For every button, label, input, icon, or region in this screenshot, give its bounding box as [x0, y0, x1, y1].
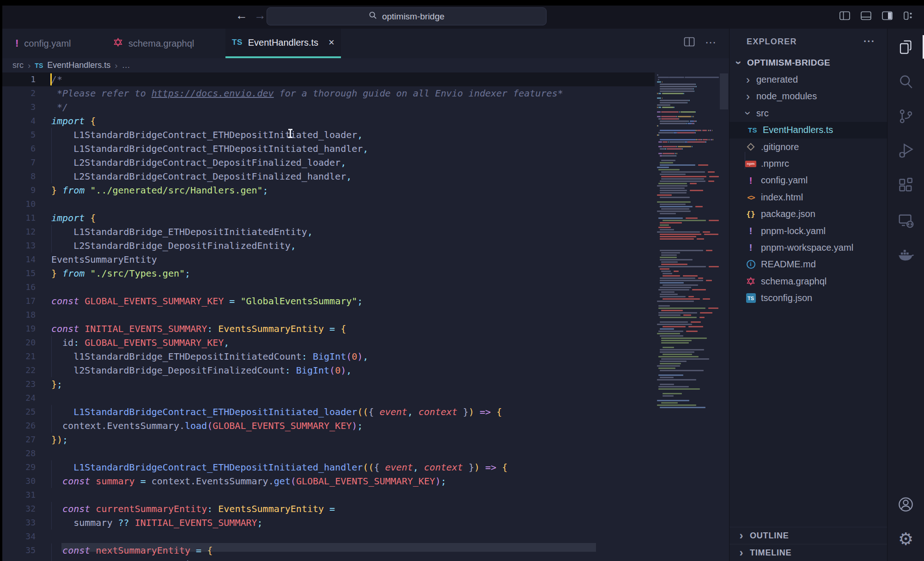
code-line[interactable]: 2 *Please refer to https://docs.envio.de… [2, 86, 655, 100]
tree-folder-node-modules[interactable]: ›node_modules [729, 88, 887, 105]
code-line[interactable]: 32 const currentSummaryEntity: EventsSum… [2, 502, 655, 516]
code-text: const currentSummaryEntity: EventsSummar… [51, 502, 335, 516]
code-text: } from "./src/Types.gen"; [51, 266, 190, 280]
code-line[interactable]: 8 L2StandardBridgeContract_DepositFinali… [2, 169, 655, 183]
line-number: 24 [2, 391, 36, 405]
code-line[interactable]: 29 L1StandardBridgeContract_ETHDepositIn… [2, 460, 655, 474]
code-line[interactable]: 9} from "../generated/src/Handlers.gen"; [2, 183, 655, 197]
outline-section[interactable]: › OUTLINE [729, 527, 887, 544]
tree-folder-src[interactable]: ›src [729, 105, 887, 121]
tree-file-pnpm-lock-yaml[interactable]: !pnpm-lock.yaml [729, 223, 887, 239]
tab-config-yaml[interactable]: ! config.yaml [9, 29, 77, 58]
line-number: 23 [2, 377, 36, 391]
command-center-search[interactable]: optimism-bridge [267, 7, 547, 25]
tree-file-config-yaml[interactable]: !config.yaml [729, 172, 887, 189]
code-line[interactable]: 21 l1StandardBridge_ETHDepositInitiatedC… [2, 350, 655, 363]
nav-back-icon[interactable]: ← [236, 8, 248, 23]
tree-folder-generated[interactable]: ›generated [729, 71, 887, 88]
code-line[interactable]: 12 L1StandardBridge_ETHDepositInitiatedE… [2, 225, 655, 239]
code-line[interactable]: 28 [2, 446, 655, 460]
minimap[interactable] [657, 72, 719, 561]
extensions-icon[interactable] [888, 168, 924, 203]
tree-item-label: EventHandlers.ts [763, 125, 833, 135]
code-line[interactable]: 24 [2, 391, 655, 405]
html-icon: <> [747, 193, 754, 202]
toggle-panel-icon[interactable] [861, 11, 871, 20]
timeline-section[interactable]: › TIMELINE [729, 544, 887, 561]
customize-layout-icon[interactable] [903, 11, 914, 20]
tree-file-pnpm-workspace-yaml[interactable]: !pnpm-workspace.yaml [729, 239, 887, 256]
code-line[interactable]: 19const INITIAL_EVENTS_SUMMARY: EventsSu… [2, 322, 655, 336]
tab-schema-graphql[interactable]: schema.graphql [107, 29, 201, 58]
code-line[interactable]: 3 */ [2, 100, 655, 114]
docker-icon[interactable] [888, 237, 924, 272]
breadcrumb[interactable]: src › TS EventHandlers.ts › … [2, 58, 729, 72]
tree-file-schema-graphql[interactable]: schema.graphql [729, 273, 887, 290]
code-line[interactable]: 20 id: GLOBAL_EVENTS_SUMMARY_KEY, [2, 336, 655, 350]
code-line[interactable]: 18 [2, 308, 655, 322]
search-activity-icon[interactable] [888, 64, 924, 99]
tree-item-label: pnpm-lock.yaml [761, 226, 826, 236]
tree-root-folder[interactable]: ›OPTIMISM-BRIDGE [729, 54, 887, 71]
breadcrumb-file[interactable]: EventHandlers.ts [47, 60, 110, 70]
breadcrumb-folder[interactable]: src [12, 60, 24, 70]
horizontal-scrollbar[interactable] [61, 543, 596, 552]
views-more-icon[interactable]: ··· [863, 36, 875, 48]
code-line[interactable]: 5 L1StandardBridgeContract_ETHDepositIni… [2, 128, 655, 142]
more-actions-icon[interactable]: ⋯ [705, 36, 717, 49]
code-line[interactable]: 33 summary ?? INITIAL_EVENTS_SUMMARY; [2, 516, 655, 530]
tree-file-index-html[interactable]: <>index.html [729, 189, 887, 205]
code-line[interactable]: 27}); [2, 433, 655, 446]
settings-gear-icon[interactable]: ⚙ [888, 522, 924, 556]
chevron-down-icon: › [734, 58, 743, 67]
tree-file-tsconfig-json[interactable]: TStsconfig.json [729, 290, 887, 306]
code-line[interactable]: 13 L2StandardBridge_DepositFinalizedEnti… [2, 239, 655, 253]
code-line[interactable]: 30 const summary = context.EventsSummary… [2, 474, 655, 488]
tree-file--npmrc[interactable]: npm.npmrc [729, 155, 887, 172]
tree-file-readme-md[interactable]: iREADME.md [729, 256, 887, 273]
code-line[interactable]: 14EventsSummaryEntity [2, 253, 655, 266]
vertical-scrollbar[interactable] [719, 72, 729, 561]
line-number: 33 [2, 516, 36, 530]
code-line[interactable]: 26 context.EventsSummary.load(GLOBAL_EVE… [2, 419, 655, 433]
code-line[interactable]: 6 L1StandardBridgeContract_ETHDepositIni… [2, 142, 655, 156]
tree-file-package-json[interactable]: {}package.json [729, 206, 887, 223]
code-text: EventsSummaryEntity [51, 253, 157, 266]
line-number: 5 [2, 128, 36, 142]
code-line[interactable]: 15} from "./src/Types.gen"; [2, 266, 655, 280]
source-control-icon[interactable] [888, 99, 924, 133]
code-line[interactable]: 4import { [2, 114, 655, 128]
split-editor-icon[interactable] [684, 37, 695, 48]
code-line[interactable]: 11import { [2, 211, 655, 225]
line-number: 6 [2, 142, 36, 156]
code-line[interactable]: 1/* [2, 72, 655, 86]
code-line[interactable]: 23}; [2, 377, 655, 391]
remote-explorer-icon[interactable] [888, 203, 924, 237]
explorer-activity-icon[interactable] [888, 30, 924, 64]
code-line[interactable]: 25 L1StandardBridgeContract_ETHDepositIn… [2, 405, 655, 419]
run-and-debug-icon[interactable] [888, 133, 924, 168]
code-line[interactable]: 16 [2, 280, 655, 294]
code-text: import { [51, 114, 96, 128]
code-editor[interactable]: 1/*2 *Please refer to https://docs.envio… [2, 72, 729, 561]
close-tab-icon[interactable]: × [328, 36, 334, 48]
tree-file--gitignore[interactable]: .gitignore [729, 139, 887, 155]
code-line[interactable]: 10 [2, 197, 655, 211]
json-braces-icon: {} [746, 210, 755, 218]
account-icon[interactable] [888, 487, 924, 522]
file-tree: ›OPTIMISM-BRIDGE›generated›node_modules›… [729, 54, 887, 307]
tree-file-eventhandlers-ts[interactable]: TSEventHandlers.ts [729, 122, 887, 139]
code-line[interactable]: 36 ...currentSummaryEntity, [2, 557, 655, 561]
toggle-secondary-sidebar-icon[interactable] [882, 11, 893, 20]
code-line[interactable]: 7 L2StandardBridgeContract_DepositFinali… [2, 156, 655, 169]
code-line[interactable]: 31 [2, 488, 655, 502]
nav-forward-icon[interactable]: → [254, 8, 266, 23]
breadcrumb-symbol[interactable]: … [122, 60, 130, 70]
code-line[interactable]: 34 [2, 530, 655, 543]
code-line[interactable]: 22 l2StandardBridge_DepositFinalizedCoun… [2, 363, 655, 377]
code-line[interactable]: 17const GLOBAL_EVENTS_SUMMARY_KEY = "Glo… [2, 294, 655, 308]
tree-item-label: README.md [761, 259, 816, 270]
tab-eventhandlers-ts[interactable]: TS EventHandlers.ts × [225, 29, 341, 58]
code-text: l1StandardBridge_ETHDepositInitiatedCoun… [51, 350, 368, 363]
toggle-primary-sidebar-icon[interactable] [839, 11, 850, 20]
